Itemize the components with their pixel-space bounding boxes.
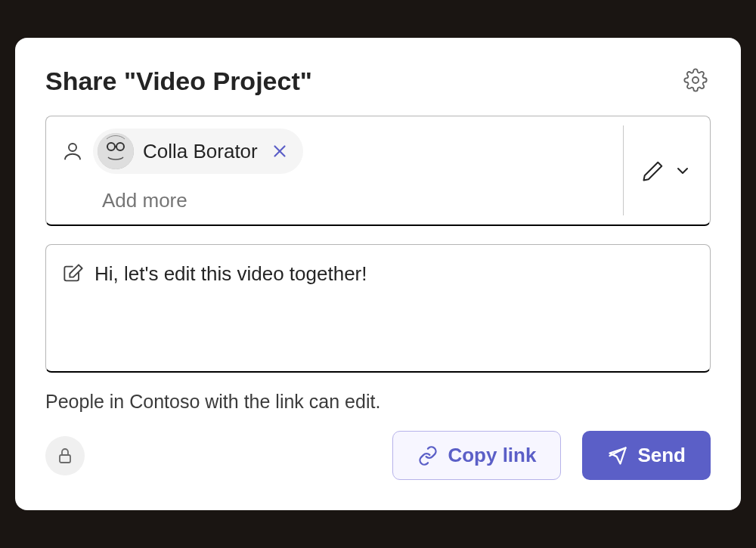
pencil-icon: [642, 159, 665, 182]
svg-point-2: [98, 133, 134, 169]
permission-selector[interactable]: [624, 116, 710, 224]
chevron-down-icon: [674, 162, 692, 180]
add-more-input[interactable]: [102, 189, 649, 212]
recipients-input-area: Colla Borator: [46, 116, 623, 224]
dialog-actions: Copy link Send: [45, 431, 711, 480]
avatar: [98, 133, 134, 169]
svg-rect-8: [60, 455, 70, 463]
remove-recipient-button[interactable]: [267, 138, 293, 164]
lock-badge[interactable]: [45, 436, 85, 475]
copy-link-label: Copy link: [448, 444, 536, 467]
share-dialog: Share "Video Project": [15, 38, 741, 510]
dialog-header: Share "Video Project": [45, 65, 711, 98]
send-icon: [607, 445, 628, 466]
compose-icon: [63, 263, 84, 284]
message-input[interactable]: [94, 260, 693, 315]
svg-point-1: [69, 144, 76, 151]
lock-icon: [56, 447, 74, 465]
send-button[interactable]: Send: [582, 431, 711, 480]
send-label: Send: [637, 444, 686, 467]
share-scope-text: People in Contoso with the link can edit…: [45, 391, 711, 413]
recipient-name: Colla Borator: [143, 140, 258, 163]
svg-point-0: [692, 77, 699, 83]
recipients-row: Colla Borator: [61, 128, 608, 174]
settings-button[interactable]: [680, 65, 711, 98]
gear-icon: [683, 68, 708, 92]
svg-marker-10: [610, 447, 626, 463]
recipient-chip[interactable]: Colla Borator: [93, 128, 303, 174]
close-icon: [270, 141, 290, 161]
recipients-field[interactable]: Colla Borator: [45, 116, 711, 226]
message-field[interactable]: [45, 244, 711, 373]
link-icon: [417, 445, 438, 466]
person-icon: [61, 140, 84, 163]
copy-link-button[interactable]: Copy link: [392, 431, 561, 480]
dialog-title: Share "Video Project": [45, 67, 312, 96]
